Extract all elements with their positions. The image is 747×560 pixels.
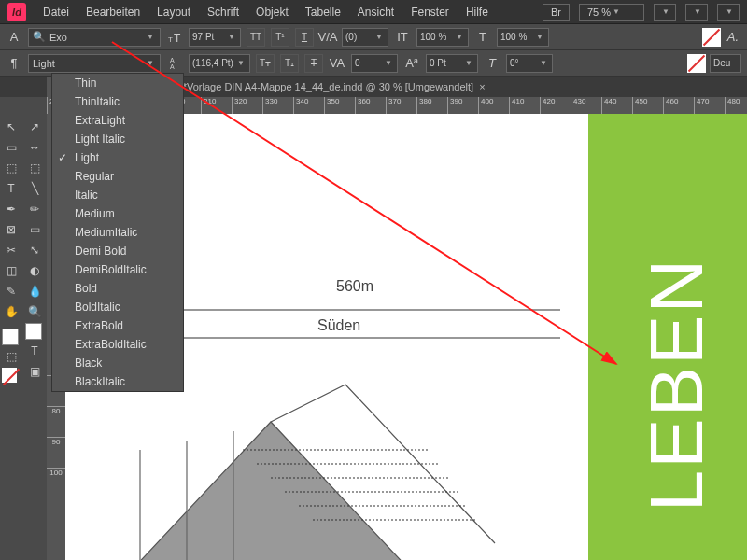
font-style-option[interactable]: BlackItalic xyxy=(52,372,183,391)
app-icon: Id xyxy=(7,3,26,21)
font-style-dropdown[interactable]: ThinThinItalicExtraLightLight ItalicLigh… xyxy=(51,73,184,392)
view-options-icon[interactable]: ▼ xyxy=(654,4,676,21)
rectangle-tool[interactable]: ▭ xyxy=(25,220,44,239)
type-tool[interactable]: T xyxy=(2,179,21,198)
strike-button[interactable]: T xyxy=(304,54,323,73)
stroke-color-swatch[interactable] xyxy=(25,323,42,340)
kerning-input[interactable]: (0)▼ xyxy=(342,28,388,47)
zoom-tool[interactable]: 🔍 xyxy=(25,302,44,321)
font-style-option[interactable]: Italic xyxy=(52,186,183,204)
font-size-icon: TT xyxy=(166,29,183,46)
vertical-headline: LEBEN xyxy=(634,258,720,511)
font-family-input[interactable]: 🔍Exo ▼ xyxy=(28,28,161,47)
tab-inactive[interactable]: *Vorlage DIN A4-Mappe 14_44_de.indd @ 30… xyxy=(174,77,495,97)
menu-layout[interactable]: Layout xyxy=(157,6,190,19)
stroke-swatch[interactable] xyxy=(687,54,706,73)
font-style-option[interactable]: ThinItalic xyxy=(52,92,183,111)
free-transform-tool[interactable]: ⤡ xyxy=(25,241,44,259)
close-icon[interactable]: × xyxy=(479,81,485,92)
view-mode-icon[interactable]: ▣ xyxy=(25,362,44,381)
menu-fenster[interactable]: Fenster xyxy=(411,6,449,19)
font-style-option[interactable]: Medium xyxy=(52,204,183,223)
language-input[interactable]: Deu xyxy=(710,54,741,73)
font-style-option[interactable]: BoldItalic xyxy=(52,298,183,316)
font-size-input[interactable]: 97 Pt▼ xyxy=(189,28,241,47)
font-style-option[interactable]: ExtraLight xyxy=(52,111,183,130)
smallcaps-button[interactable]: Tᴛ xyxy=(256,54,275,73)
svg-text:A: A xyxy=(170,57,175,63)
paragraph-mode-icon[interactable]: ¶ xyxy=(6,55,22,72)
selection-tool[interactable]: ↖ xyxy=(2,118,21,136)
bridge-button[interactable]: Br xyxy=(543,4,570,21)
menu-schrift[interactable]: Schrift xyxy=(207,6,239,19)
svg-text:T: T xyxy=(174,32,181,44)
menu-objekt[interactable]: Objekt xyxy=(256,6,289,19)
character-mode-icon[interactable]: A xyxy=(6,29,22,46)
leading-input[interactable]: (116,4 Pt)▼ xyxy=(189,54,250,73)
kerning-icon: V/A xyxy=(319,29,336,46)
screen-mode-icon[interactable]: ▼ xyxy=(685,4,708,21)
charstyle-icon[interactable]: A. xyxy=(725,29,741,46)
superscript-button[interactable]: T¹ xyxy=(271,28,289,47)
allcaps-button[interactable]: TT xyxy=(247,28,265,47)
zoom-level[interactable]: 75 %▼ xyxy=(579,4,644,21)
baseline-input[interactable]: 0 Pt▼ xyxy=(426,54,478,73)
scissors-tool[interactable]: ✂ xyxy=(2,241,21,259)
font-style-option[interactable]: Black xyxy=(52,354,183,372)
eyedropper-tool[interactable]: 💧 xyxy=(25,282,44,301)
svg-text:Süden: Süden xyxy=(317,317,360,333)
subscript-button[interactable]: T₁ xyxy=(280,54,299,73)
content-collector-tool[interactable]: ⬚ xyxy=(2,159,21,177)
font-style-option[interactable]: Regular xyxy=(52,167,183,186)
menubar: Id Datei Bearbeiten Layout Schrift Objek… xyxy=(0,0,747,24)
menu-hilfe[interactable]: Hilfe xyxy=(466,6,488,19)
green-sidebar: LEBEN xyxy=(588,114,747,560)
menu-bearbeiten[interactable]: Bearbeiten xyxy=(86,6,140,19)
gradient-tool[interactable]: ◫ xyxy=(2,261,21,280)
font-style-option[interactable]: MediumItalic xyxy=(52,223,183,242)
apply-none-icon[interactable] xyxy=(2,368,17,383)
menu-datei[interactable]: Datei xyxy=(43,6,69,19)
arrange-icon[interactable]: ▼ xyxy=(717,4,740,21)
default-colors-icon[interactable]: ⬚ xyxy=(2,347,21,366)
rectangle-frame-tool[interactable]: ⊠ xyxy=(2,220,21,239)
vscale-input[interactable]: 100 %▼ xyxy=(416,28,469,47)
toolbox-left: ↖ ▭ ⬚ T ✒ ⊠ ✂ ◫ ✎ ✋ ⬚ xyxy=(0,114,23,560)
font-style-option[interactable]: Demi Bold xyxy=(52,242,183,260)
font-style-option[interactable]: Light xyxy=(52,148,183,167)
content-placer-tool[interactable]: ⬚ xyxy=(25,159,44,177)
pencil-tool[interactable]: ✏ xyxy=(25,200,44,218)
fill-swatch[interactable] xyxy=(702,28,721,47)
hand-tool[interactable]: ✋ xyxy=(2,302,21,321)
tracking-input[interactable]: 0▼ xyxy=(351,54,398,73)
font-style-option[interactable]: ExtraBold xyxy=(52,316,183,335)
font-style-option[interactable]: ExtraBoldItalic xyxy=(52,335,183,354)
formatting-text-icon[interactable]: T xyxy=(25,342,44,360)
fill-color-swatch[interactable] xyxy=(2,329,19,345)
toolbox-right: ↗ ↔ ⬚ ╲ ✏ ▭ ⤡ ◐ 💧 🔍 T ▣ xyxy=(23,114,47,560)
gradient-feather-tool[interactable]: ◐ xyxy=(25,261,44,280)
skew-icon: T xyxy=(484,55,500,72)
menu-ansicht[interactable]: Ansicht xyxy=(358,6,394,19)
pen-tool[interactable]: ✒ xyxy=(2,200,21,218)
note-tool[interactable]: ✎ xyxy=(2,282,21,301)
direct-selection-tool[interactable]: ↗ xyxy=(25,118,44,136)
font-style-option[interactable]: Light Italic xyxy=(52,130,183,148)
menu-tabelle[interactable]: Tabelle xyxy=(305,6,341,19)
baseline-icon: Aª xyxy=(403,55,420,72)
underline-button[interactable]: T xyxy=(295,28,314,47)
hscale-icon: T xyxy=(474,29,491,46)
line-tool[interactable]: ╲ xyxy=(25,179,44,198)
leading-icon: AA xyxy=(166,55,183,72)
svg-text:560m: 560m xyxy=(336,278,374,294)
font-style-option[interactable]: DemiBoldItalic xyxy=(52,260,183,279)
font-style-input[interactable]: Light ▼ xyxy=(28,54,161,73)
gap-tool[interactable]: ↔ xyxy=(25,138,44,157)
font-style-option[interactable]: Thin xyxy=(52,74,183,92)
page-tool[interactable]: ▭ xyxy=(2,138,21,157)
skew-input[interactable]: 0°▼ xyxy=(506,54,553,73)
vscale-icon: IT xyxy=(394,29,411,46)
font-style-option[interactable]: Bold xyxy=(52,279,183,298)
character-panel-row1: A 🔍Exo ▼ TT 97 Pt▼ TT T¹ T V/A (0)▼ IT 1… xyxy=(0,24,747,50)
hscale-input[interactable]: 100 %▼ xyxy=(497,28,549,47)
